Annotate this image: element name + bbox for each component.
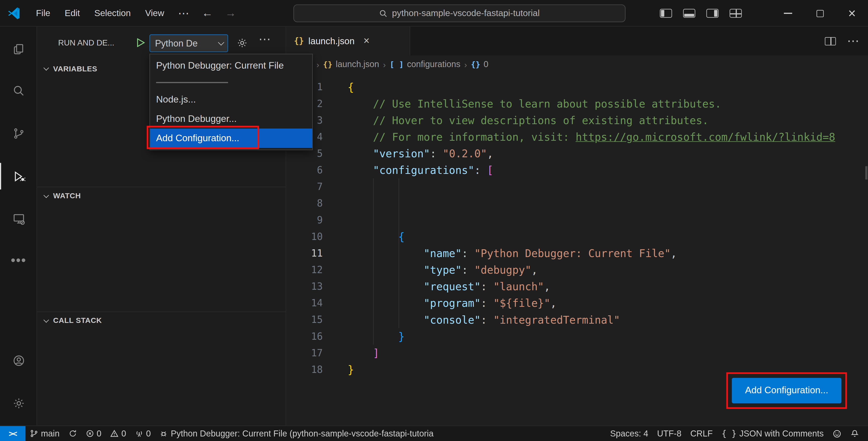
- status-label: Python Debugger: Current File (python-sa…: [171, 429, 434, 439]
- indent-guide: [373, 178, 374, 345]
- warning-icon: [110, 430, 119, 438]
- status-item-ports[interactable]: 0: [131, 426, 155, 441]
- line-content: // Hover to view descriptions of existin…: [323, 112, 709, 128]
- nav-back-icon[interactable]: ←: [196, 6, 219, 19]
- config-option-python-debugger-current-file[interactable]: Python Debugger: Current File: [150, 56, 312, 76]
- vscode-window: FileEditSelectionView ⋯ ← → python-sampl…: [0, 0, 868, 441]
- section-label: VARIABLES: [53, 65, 97, 73]
- branch-icon: [30, 430, 38, 438]
- config-option-node-js[interactable]: Node.js...: [150, 90, 312, 109]
- scrollbar-thumb[interactable]: [865, 166, 868, 179]
- breadcrumb-item-0[interactable]: {}0: [471, 59, 488, 69]
- line-number: 6: [286, 162, 323, 178]
- start-debug-icon[interactable]: [135, 37, 147, 49]
- close-button[interactable]: ×: [836, 0, 868, 27]
- tab-close-icon[interactable]: ×: [364, 35, 369, 47]
- status-item-braces[interactable]: { }JSON with Comments: [717, 426, 828, 441]
- window-controls: ×: [772, 0, 868, 27]
- maximize-button[interactable]: [804, 0, 836, 27]
- line-number: 7: [286, 178, 323, 195]
- editor-more-icon[interactable]: ⋯: [847, 34, 859, 48]
- line-content: "program": "${file}",: [323, 295, 557, 311]
- status-item-debug[interactable]: Python Debugger: Current File (python-sa…: [155, 426, 438, 441]
- toggle-sidebar-icon[interactable]: [660, 9, 672, 18]
- nav-forward-icon[interactable]: →: [219, 6, 242, 19]
- menu-more-icon[interactable]: ⋯: [171, 6, 196, 20]
- status-item-branch[interactable]: main: [25, 426, 64, 441]
- status-item-crlf[interactable]: CRLF: [686, 426, 717, 441]
- line-content: [323, 195, 348, 212]
- split-editor-icon[interactable]: [825, 37, 836, 45]
- code-line-5: 5 "version": "0.2.0",: [286, 145, 868, 162]
- section-watch[interactable]: WATCH: [37, 187, 286, 205]
- section-label: WATCH: [53, 192, 81, 200]
- breadcrumb-item-launch-json[interactable]: {}launch.json: [323, 59, 379, 69]
- search-sidebar-icon[interactable]: [0, 78, 37, 104]
- command-center-search[interactable]: python-sample-vscode-fastapi-tutorial: [293, 4, 625, 22]
- status-item-utf-8[interactable]: UTF-8: [653, 426, 686, 441]
- menu-edit[interactable]: Edit: [58, 5, 87, 21]
- remote-indicator[interactable]: ><: [0, 426, 25, 441]
- debug-config-dropdown[interactable]: Python De: [149, 34, 228, 52]
- status-label: CRLF: [690, 429, 713, 439]
- debug-config-menu: Python Debugger: Current FileNode.js...P…: [149, 54, 313, 150]
- code-line-4: 4 // For more information, visit: https:…: [286, 129, 868, 145]
- accounts-icon[interactable]: [0, 347, 37, 374]
- chevron-down-icon: [218, 39, 224, 46]
- bell-icon: [850, 429, 859, 438]
- section-call-stack[interactable]: CALL STACK: [37, 311, 286, 329]
- toggle-secondary-sidebar-icon[interactable]: [706, 9, 718, 18]
- line-content: "configurations": [: [323, 162, 493, 178]
- status-label: main: [41, 429, 60, 439]
- status-item-error[interactable]: 0: [81, 426, 106, 441]
- debug-views-more-icon[interactable]: ⋯: [258, 32, 271, 47]
- source-control-icon[interactable]: [0, 120, 37, 147]
- minimize-button[interactable]: [772, 0, 804, 27]
- menu-separator: [156, 82, 228, 83]
- line-content: [323, 212, 348, 228]
- settings-gear-icon[interactable]: [0, 390, 37, 417]
- error-icon: [86, 430, 94, 438]
- code-line-6: 6 "configurations": [: [286, 162, 868, 178]
- ports-icon: [135, 430, 143, 438]
- status-bar: >< main000Python Debugger: Current File …: [0, 425, 868, 441]
- breadcrumb-item-configurations[interactable]: [ ]configurations: [390, 59, 460, 69]
- line-number: 15: [286, 311, 323, 328]
- debug-icon: [160, 430, 168, 438]
- line-number: 10: [286, 228, 323, 245]
- remote-explorer-icon[interactable]: [0, 206, 37, 232]
- title-bar: FileEditSelectionView ⋯ ← → python-sampl…: [0, 0, 868, 27]
- menu-selection[interactable]: Selection: [87, 5, 138, 21]
- tab-launch-json[interactable]: {} launch.json ×: [286, 27, 410, 56]
- line-number: 9: [286, 212, 323, 228]
- configure-gear-icon[interactable]: [236, 37, 248, 49]
- customize-layout-icon[interactable]: [730, 9, 742, 18]
- menu-view[interactable]: View: [138, 5, 171, 21]
- add-configuration-button[interactable]: Add Configuration...: [732, 378, 841, 403]
- breadcrumb-separator-icon: ›: [464, 60, 467, 69]
- code-line-18: 18}: [286, 361, 868, 378]
- explorer-icon[interactable]: [0, 36, 37, 63]
- status-item-bell[interactable]: [846, 426, 864, 441]
- config-option-add-configuration[interactable]: Add Configuration...: [150, 129, 312, 148]
- line-content: "console": "integratedTerminal": [323, 311, 620, 328]
- activity-bar: •••: [0, 27, 37, 425]
- menu-file[interactable]: File: [29, 5, 58, 21]
- sync-icon: [68, 430, 76, 438]
- run-and-debug-icon[interactable]: [0, 163, 37, 189]
- code-editor[interactable]: 1{2 // Use IntelliSense to learn about p…: [286, 73, 868, 425]
- status-item-spaces-4[interactable]: Spaces: 4: [606, 426, 653, 441]
- status-item-feedback[interactable]: [828, 426, 846, 441]
- line-content: // Use IntelliSense to learn about possi…: [323, 95, 721, 112]
- more-views-icon[interactable]: •••: [0, 247, 37, 274]
- line-content: {: [323, 79, 354, 95]
- toggle-panel-icon[interactable]: [683, 9, 695, 18]
- status-right: Spaces: 4UTF-8CRLF{ }JSON with Comments: [606, 426, 868, 441]
- config-option-python-debugger[interactable]: Python Debugger...: [150, 109, 312, 128]
- chevron-down-icon: [43, 65, 49, 70]
- status-label: UTF-8: [657, 429, 681, 439]
- line-number: 16: [286, 328, 323, 345]
- line-content: "type": "debugpy",: [323, 262, 538, 278]
- status-item-warning[interactable]: 0: [106, 426, 130, 441]
- status-item-sync[interactable]: [64, 426, 81, 441]
